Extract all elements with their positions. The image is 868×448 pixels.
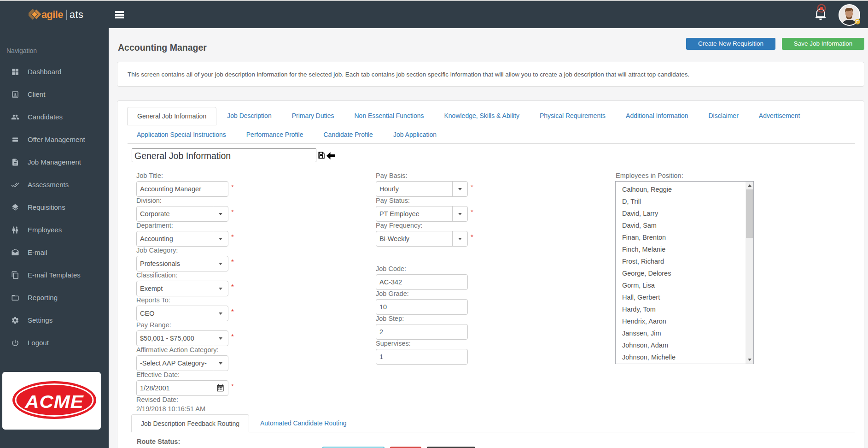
svg-text:ACME: ACME [24,392,84,412]
